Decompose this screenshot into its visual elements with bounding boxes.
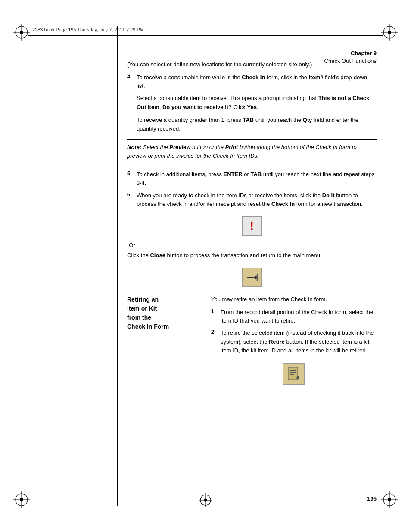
step5-text: To check in additional items, press ENTE… xyxy=(137,170,377,187)
retire-step1-num: 1. xyxy=(211,308,218,325)
corner-mark-tl xyxy=(13,24,30,41)
retire-step1-row: 1. From the record detail portion of the… xyxy=(211,308,377,325)
svg-rect-26 xyxy=(290,374,294,375)
retiring-heading: Retiring an Item or Kit from the Check I… xyxy=(127,295,203,331)
exclamation-icon: ! xyxy=(250,219,254,233)
or-text: -Or- xyxy=(127,242,377,249)
retiring-sidebar-label: Retiring an Item or Kit from the Check I… xyxy=(127,295,211,391)
svg-point-19 xyxy=(204,499,207,502)
close-paragraph: Click the Close button to process the tr… xyxy=(127,251,377,260)
svg-rect-23 xyxy=(288,367,298,380)
step4-sub2: To receive a quantity greater than 1, pr… xyxy=(137,116,377,133)
intro-paragraph: (You can select or define new locations … xyxy=(127,60,377,69)
step5-row: 5. To check in additional items, press E… xyxy=(127,170,377,187)
step4-text: To receive a consumable item while in th… xyxy=(137,73,377,90)
retiring-content: You may retire an item from the Check In… xyxy=(211,295,377,391)
retire-step2-text: To retire the selected item (instead of … xyxy=(221,329,377,355)
retire-icon-container xyxy=(211,363,377,385)
step4-sub1: Select a consumable item to receive. Thi… xyxy=(137,94,377,111)
retire-step1-text: From the record detail portion of the Ch… xyxy=(221,308,377,325)
svg-point-15 xyxy=(388,498,391,501)
retire-step2-row: 2. To retire the selected item (instead … xyxy=(211,329,377,355)
step5-num: 5. xyxy=(127,170,134,187)
step6-text: When you are ready to check in the item … xyxy=(137,191,377,208)
page-number: 195 xyxy=(367,495,377,502)
header-bar: 2283.book Page 195 Thursday, July 7, 201… xyxy=(28,24,383,36)
step4-row: 4. To receive a consumable item while in… xyxy=(127,73,377,90)
svg-point-11 xyxy=(20,498,23,501)
chapter-label: Chapter 9 xyxy=(324,50,377,57)
exclamation-icon-box[interactable]: ! xyxy=(242,216,262,236)
step6-row: 6. When you are ready to check in the it… xyxy=(127,191,377,208)
exclamation-icon-container: ! xyxy=(127,216,377,236)
svg-point-3 xyxy=(20,31,23,34)
close-icon-container xyxy=(127,268,377,287)
corner-mark-br xyxy=(381,491,398,508)
corner-mark-tr xyxy=(381,24,398,41)
page-container: 2283.book Page 195 Thursday, July 7, 201… xyxy=(0,0,411,532)
vline-left xyxy=(117,26,118,506)
step4-num: 4. xyxy=(127,73,134,90)
bottom-center-mark xyxy=(199,493,212,508)
step6-num: 6. xyxy=(127,191,134,208)
header-text: 2283.book Page 195 Thursday, July 7, 201… xyxy=(32,27,144,32)
retire-icon-box[interactable] xyxy=(283,363,305,385)
corner-mark-bl xyxy=(13,491,30,508)
retiring-intro: You may retire an item from the Check In… xyxy=(211,295,377,304)
retiring-section: Retiring an Item or Kit from the Check I… xyxy=(127,295,377,391)
svg-rect-24 xyxy=(290,370,296,371)
main-content: (You can select or define new locations … xyxy=(127,60,377,391)
close-icon-box[interactable] xyxy=(242,268,262,287)
svg-rect-25 xyxy=(290,372,296,373)
note-box: Note: Select the Preview button or the P… xyxy=(127,139,377,164)
svg-point-7 xyxy=(388,31,391,34)
vline-right xyxy=(384,26,384,506)
retire-step2-num: 2. xyxy=(211,329,218,355)
